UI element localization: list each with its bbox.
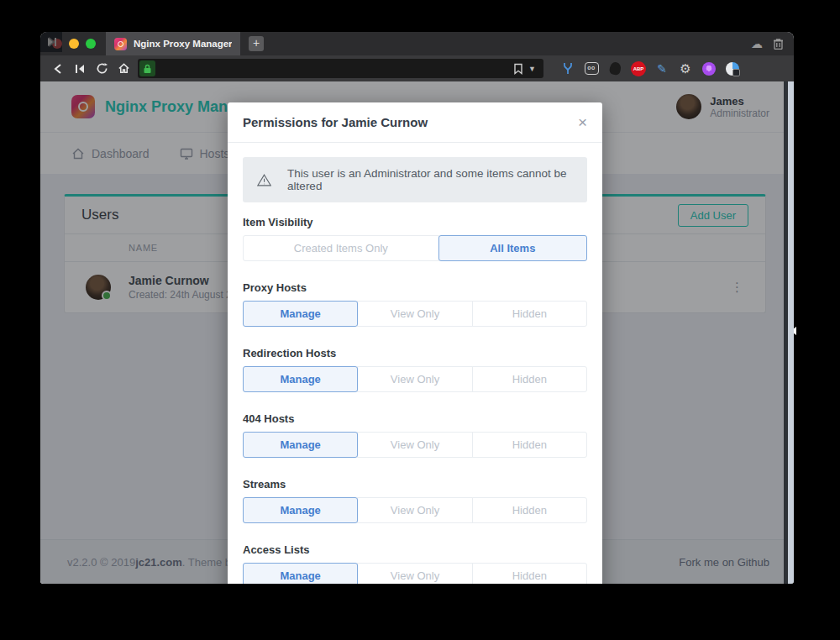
alert-text: This user is an Administrator and some i… — [287, 167, 573, 192]
home-icon[interactable] — [113, 59, 134, 79]
address-bar[interactable]: ▼ — [138, 59, 543, 78]
npm-favicon-icon — [114, 38, 127, 50]
cloud-icon[interactable]: ☁ — [751, 37, 763, 50]
404-hosts-label: 404 Hosts — [243, 412, 587, 425]
page-content: Nginx Proxy Manager James Administrator … — [40, 81, 794, 584]
admin-alert: This user is an Administrator and some i… — [243, 157, 587, 202]
visibility-group: Created Items Only All Items — [243, 235, 587, 261]
fork-extension-icon[interactable] — [560, 61, 575, 76]
visibility-created-only-button[interactable]: Created Items Only — [243, 235, 439, 261]
warning-icon — [257, 173, 271, 187]
streams-label: Streams — [243, 478, 587, 490]
access-lists-group: Manage View Only Hidden — [243, 563, 587, 584]
access-lists-manage-button[interactable]: Manage — [243, 563, 358, 584]
gnome-extension-icon[interactable] — [607, 61, 622, 76]
access-lists-label: Access Lists — [243, 543, 587, 556]
first-tab-icon[interactable] — [69, 59, 91, 79]
streams-group: Manage View Only Hidden — [243, 497, 587, 523]
tab-title: Nginx Proxy Manager — [134, 39, 232, 49]
404-hosts-view-only-button[interactable]: View Only — [357, 432, 472, 458]
zoom-window-button[interactable] — [86, 39, 96, 49]
redirection-hosts-group: Manage View Only Hidden — [243, 366, 587, 392]
404-hosts-hidden-button[interactable]: Hidden — [472, 432, 587, 458]
permissions-modal: Permissions for Jamie Curnow × This user… — [228, 102, 602, 584]
access-lists-hidden-button[interactable]: Hidden — [472, 563, 587, 584]
bookmark-icon[interactable] — [513, 63, 523, 75]
404-hosts-manage-button[interactable]: Manage — [243, 432, 358, 458]
proxy-hosts-group: Manage View Only Hidden — [243, 301, 587, 327]
proxy-hosts-label: Proxy Hosts — [243, 281, 587, 294]
streams-hidden-button[interactable]: Hidden — [472, 497, 587, 523]
purple-extension-icon[interactable] — [701, 61, 717, 76]
pen-extension-icon[interactable]: ✎ — [654, 61, 669, 76]
browser-window: Nginx Proxy Manager + ☁ — [40, 32, 794, 584]
modal-title: Permissions for Jamie Curnow — [243, 115, 578, 129]
redirection-hosts-view-only-button[interactable]: View Only — [357, 366, 472, 392]
redirection-hosts-label: Redirection Hosts — [243, 347, 587, 359]
bookmark-dropdown-icon[interactable]: ▼ — [528, 65, 536, 73]
adblock-extension-icon[interactable]: ABP — [631, 61, 646, 76]
container-extension-icon[interactable]: oo — [584, 61, 599, 76]
new-tab-button[interactable]: + — [249, 36, 264, 51]
last-tab-icon[interactable] — [40, 32, 62, 52]
privacy-extension-icon[interactable] — [725, 61, 740, 76]
access-lists-view-only-button[interactable]: View Only — [357, 563, 472, 584]
browser-toolbar: ▼ oo ABP ✎ ⚙ — [40, 55, 794, 81]
ssl-lock-icon[interactable] — [139, 60, 155, 76]
redirection-hosts-hidden-button[interactable]: Hidden — [472, 366, 587, 392]
reload-icon[interactable] — [91, 59, 113, 79]
proxy-hosts-manage-button[interactable]: Manage — [243, 301, 358, 327]
visibility-label: Item Visibility — [243, 216, 587, 228]
page-scrollbar[interactable] — [788, 81, 794, 584]
settings-extension-icon[interactable]: ⚙ — [678, 61, 693, 76]
visibility-all-items-button[interactable]: All Items — [438, 235, 587, 261]
proxy-hosts-hidden-button[interactable]: Hidden — [472, 301, 587, 327]
redirection-hosts-manage-button[interactable]: Manage — [243, 366, 358, 392]
streams-view-only-button[interactable]: View Only — [357, 497, 472, 523]
404-hosts-group: Manage View Only Hidden — [243, 432, 587, 458]
close-icon[interactable]: × — [578, 116, 587, 129]
browser-titlebar: Nginx Proxy Manager + ☁ — [40, 32, 794, 55]
trash-icon[interactable] — [773, 38, 784, 50]
extension-icons: oo ABP ✎ ⚙ — [560, 61, 740, 76]
proxy-hosts-view-only-button[interactable]: View Only — [357, 301, 472, 327]
minimize-window-button[interactable] — [69, 39, 79, 49]
streams-manage-button[interactable]: Manage — [243, 497, 358, 523]
back-icon[interactable] — [47, 59, 69, 79]
browser-tab[interactable]: Nginx Proxy Manager — [106, 32, 240, 55]
